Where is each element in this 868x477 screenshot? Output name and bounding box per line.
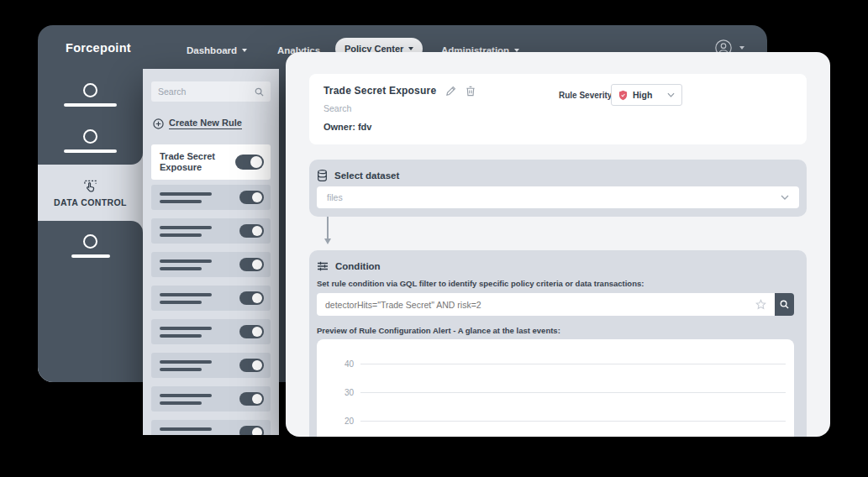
rule-name-placeholder bbox=[160, 360, 239, 371]
rule-subtitle: Search bbox=[324, 103, 351, 113]
sidebar-item-placeholder-3[interactable] bbox=[38, 234, 143, 258]
sidebar-item-data-control[interactable]: DATA CONTROL bbox=[38, 165, 143, 221]
toggle-knob bbox=[252, 427, 262, 435]
gridline bbox=[360, 364, 786, 364]
rule-search-input[interactable] bbox=[158, 86, 250, 97]
run-query-button[interactable] bbox=[775, 293, 794, 316]
plus-circle-icon bbox=[153, 118, 164, 129]
rule-name-placeholder bbox=[160, 192, 239, 203]
brand-logo: Forcepoint bbox=[66, 41, 131, 55]
rule-list bbox=[151, 185, 271, 435]
rule-row[interactable] bbox=[151, 386, 271, 411]
rule-name-placeholder bbox=[160, 394, 239, 405]
placeholder-circle-icon bbox=[83, 83, 97, 97]
placeholder-circle-icon bbox=[83, 129, 97, 144]
pencil-icon bbox=[445, 86, 456, 97]
rule-header-card: Trade Secret Exposure Search Owner: fdv … bbox=[309, 74, 807, 144]
caret-down-icon bbox=[242, 49, 247, 52]
placeholder-label bbox=[64, 149, 117, 153]
rule-enabled-toggle[interactable] bbox=[239, 426, 264, 435]
condition-section: Condition Set rule condition via GQL fil… bbox=[309, 250, 807, 437]
toggle-knob bbox=[252, 226, 262, 236]
toggle-knob bbox=[250, 156, 262, 168]
search-icon bbox=[255, 87, 264, 97]
edit-rule-button[interactable] bbox=[445, 86, 456, 97]
select-dataset-section: Select dataset files bbox=[309, 160, 807, 217]
caret-down-icon bbox=[408, 47, 413, 50]
events-chart: 403020 bbox=[317, 339, 794, 437]
chevron-down-icon bbox=[667, 92, 675, 97]
severity-value: High bbox=[633, 90, 662, 100]
rule-row[interactable] bbox=[151, 252, 271, 277]
rule-row[interactable] bbox=[151, 286, 271, 311]
toggle-knob bbox=[252, 192, 262, 202]
chart-gridline-row: 20 bbox=[317, 406, 794, 435]
severity-select[interactable]: High bbox=[611, 84, 682, 106]
chart-gridline-row: 40 bbox=[317, 349, 794, 378]
data-control-icon bbox=[83, 179, 97, 193]
rule-card-trade-secret[interactable]: Trade Secret Exposure bbox=[151, 144, 271, 180]
nav-dashboard[interactable]: Dashboard bbox=[187, 45, 247, 55]
rule-row[interactable] bbox=[151, 420, 271, 435]
filter-sliders-icon bbox=[317, 260, 329, 272]
rule-enabled-toggle[interactable] bbox=[239, 392, 264, 406]
dataset-section-title: Select dataset bbox=[334, 170, 399, 181]
create-new-rule-label: Create New Rule bbox=[169, 118, 242, 129]
rule-enabled-toggle[interactable] bbox=[239, 191, 264, 204]
rule-name-placeholder bbox=[160, 293, 239, 304]
gql-query-input[interactable] bbox=[325, 300, 749, 310]
shield-icon bbox=[618, 90, 628, 101]
database-icon bbox=[317, 170, 328, 181]
star-icon[interactable] bbox=[755, 299, 766, 310]
rule-owner: Owner: fdv bbox=[324, 122, 371, 132]
gql-query-field[interactable] bbox=[317, 293, 775, 316]
create-new-rule-button[interactable]: Create New Rule bbox=[153, 118, 242, 129]
rule-name: Trade Secret Exposure bbox=[160, 151, 235, 173]
rule-enabled-toggle[interactable] bbox=[239, 224, 264, 238]
chevron-down-icon bbox=[781, 195, 789, 200]
sidebar-group-top bbox=[38, 63, 143, 165]
rule-enabled-toggle[interactable] bbox=[239, 291, 264, 305]
rule-detail-panel: Trade Secret Exposure Search Owner: fdv … bbox=[286, 52, 830, 437]
placeholder-circle-icon bbox=[83, 234, 97, 249]
rule-enabled-toggle[interactable] bbox=[239, 258, 264, 271]
gridline bbox=[360, 392, 786, 393]
rule-enabled-toggle[interactable] bbox=[239, 325, 264, 338]
rule-name-placeholder bbox=[160, 226, 239, 237]
sidebar-group-bottom bbox=[38, 221, 143, 382]
search-icon bbox=[780, 300, 789, 309]
toggle-knob bbox=[252, 394, 262, 404]
sidebar-item-label: DATA CONTROL bbox=[54, 197, 127, 207]
rule-row[interactable] bbox=[151, 218, 271, 244]
chart-gridline-row: 30 bbox=[317, 378, 794, 406]
caret-down-icon bbox=[739, 46, 744, 50]
dataset-select[interactable]: files bbox=[317, 186, 799, 208]
condition-section-title: Condition bbox=[335, 261, 381, 271]
rule-search[interactable] bbox=[151, 81, 271, 102]
toggle-knob bbox=[252, 360, 262, 370]
rule-enabled-toggle[interactable] bbox=[235, 155, 264, 170]
toggle-knob bbox=[252, 327, 262, 337]
rule-row[interactable] bbox=[151, 353, 271, 378]
sidebar: DATA CONTROL bbox=[38, 63, 143, 382]
rule-name-placeholder bbox=[160, 259, 239, 270]
condition-description: Set rule condition via GQL filter to ide… bbox=[317, 279, 644, 288]
page-root: Forcepoint Dashboard Analytics Policy Ce… bbox=[0, 0, 868, 477]
preview-label: Preview of Rule Configuration Alert - A … bbox=[317, 326, 560, 335]
sidebar-item-placeholder-1[interactable] bbox=[38, 83, 143, 107]
placeholder-label bbox=[64, 103, 117, 107]
nav-dashboard-label: Dashboard bbox=[187, 45, 237, 55]
rule-enabled-toggle[interactable] bbox=[239, 359, 264, 372]
rule-row[interactable] bbox=[151, 185, 271, 210]
toggle-knob bbox=[252, 293, 262, 303]
rules-panel: Create New Rule Trade Secret Exposure bbox=[143, 69, 279, 435]
rule-name-placeholder bbox=[160, 327, 239, 338]
rule-row[interactable] bbox=[151, 319, 271, 344]
severity-label: Rule Severity bbox=[559, 91, 612, 100]
trash-icon bbox=[466, 86, 476, 97]
delete-rule-button[interactable] bbox=[466, 86, 476, 97]
gridline bbox=[360, 421, 786, 422]
placeholder-label bbox=[71, 254, 110, 258]
sidebar-item-placeholder-2[interactable] bbox=[38, 129, 143, 153]
y-axis-tick: 20 bbox=[339, 417, 354, 426]
